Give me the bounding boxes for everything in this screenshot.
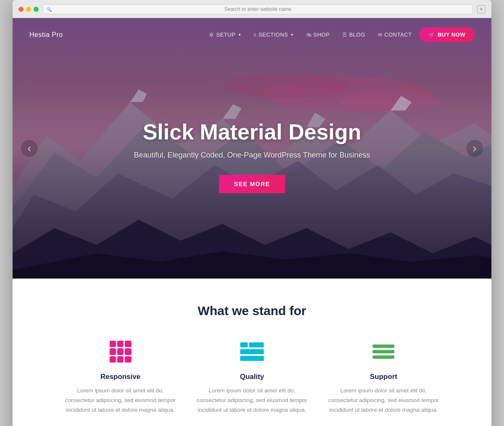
address-bar[interactable]: Search or enter website name [43, 4, 473, 14]
grid-cell-1 [110, 341, 116, 347]
feature-support: Support Lorem ipsum dolor sit amet elit … [326, 339, 441, 415]
grid-cell-4 [110, 348, 116, 355]
features-grid: Responsive Lorem ipsum dolor sit amet el… [63, 339, 441, 415]
browser-chrome: Search or enter website name + [13, 0, 491, 18]
browser-window: Search or enter website name + [13, 0, 491, 426]
nav-label-shop: SHOP [313, 32, 330, 38]
feature-name-responsive: Responsive [63, 373, 178, 381]
buy-now-button[interactable]: BUY NOW [419, 27, 475, 42]
browser-dots [18, 7, 39, 12]
grid-icon [110, 341, 131, 363]
nav-label-sections: SECTIONS [259, 32, 288, 38]
address-text: Search or enter website name [224, 6, 291, 12]
nav-item-setup[interactable]: ⚙ SETUP [204, 28, 246, 41]
grid-cell-6 [125, 348, 131, 355]
support-line-3 [373, 355, 394, 359]
table-row-full-2 [240, 356, 264, 361]
feature-desc-responsive: Lorem ipsum dolor sit amet elit do, cons… [63, 386, 178, 415]
navbar: Hestia Pro ⚙ SETUP ≡ SECTIONS 🛍 SHOP [13, 18, 491, 51]
support-icon [371, 339, 396, 364]
setup-icon: ⚙ [209, 32, 214, 38]
support-line-2 [373, 350, 394, 353]
table-cell-left [240, 342, 248, 347]
sections-icon: ≡ [253, 32, 257, 38]
new-tab-button[interactable]: + [477, 5, 486, 13]
support-line-1 [373, 344, 394, 348]
feature-quality: Quality Lorem ipsum dolor sit amet elit … [194, 339, 309, 415]
carousel-arrow-right[interactable]: › [466, 140, 483, 157]
quality-icon [239, 339, 265, 364]
buy-now-label: BUY NOW [438, 32, 465, 38]
grid-cell-8 [117, 356, 123, 363]
grid-cell-7 [110, 356, 116, 363]
nav-item-blog[interactable]: ☰ BLOG [337, 28, 370, 41]
cart-icon [428, 32, 435, 38]
table-cell-right [249, 342, 264, 347]
table-icon [240, 342, 264, 361]
carousel-arrow-left[interactable]: ‹ [21, 140, 38, 157]
grid-cell-2 [117, 341, 123, 347]
hero-subtitle: Beautiful, Elegantly Coded, One-Page Wor… [60, 151, 444, 160]
responsive-icon [108, 339, 133, 364]
left-arrow-icon: ‹ [27, 142, 31, 155]
nav-item-sections[interactable]: ≡ SECTIONS [248, 28, 298, 41]
maximize-dot[interactable] [34, 7, 39, 12]
grid-cell-9 [125, 356, 131, 363]
grid-cell-3 [125, 341, 131, 347]
nav-label-setup: SETUP [216, 32, 236, 38]
feature-name-quality: Quality [194, 373, 309, 381]
features-section: What we stand for [13, 279, 491, 426]
feature-name-support: Support [326, 373, 441, 381]
website-content: Hestia Pro ⚙ SETUP ≡ SECTIONS 🛍 SHOP [13, 18, 491, 426]
right-arrow-icon: › [472, 142, 476, 155]
contact-icon: ✉ [378, 32, 383, 38]
see-more-button[interactable]: SEE MORE [219, 175, 285, 193]
nav-item-shop[interactable]: 🛍 SHOP [301, 28, 335, 41]
minimize-dot[interactable] [26, 7, 31, 12]
navbar-nav: ⚙ SETUP ≡ SECTIONS 🛍 SHOP ☰ BLOG [204, 27, 475, 42]
hero-section: Hestia Pro ⚙ SETUP ≡ SECTIONS 🛍 SHOP [13, 18, 491, 279]
shop-icon: 🛍 [306, 32, 312, 38]
table-top-row [240, 342, 264, 347]
feature-desc-quality: Lorem ipsum dolor sit amet elit do, cons… [194, 386, 309, 415]
lines-icon [373, 344, 394, 359]
nav-label-contact: CONTACT [384, 32, 412, 38]
features-title: What we stand for [29, 304, 475, 318]
nav-item-contact[interactable]: ✉ CONTACT [373, 28, 417, 41]
feature-responsive: Responsive Lorem ipsum dolor sit amet el… [63, 339, 178, 415]
table-row-full-1 [240, 349, 264, 354]
navbar-brand[interactable]: Hestia Pro [29, 31, 63, 39]
hero-content: Slick Material Design Beautiful, Elegant… [60, 120, 444, 193]
hero-title: Slick Material Design [60, 120, 444, 144]
blog-icon: ☰ [342, 32, 347, 38]
nav-label-blog: BLOG [349, 32, 365, 38]
feature-desc-support: Lorem ipsum dolor sit amet elit do, cons… [326, 386, 441, 415]
close-dot[interactable] [18, 7, 24, 12]
grid-cell-5 [117, 348, 123, 355]
